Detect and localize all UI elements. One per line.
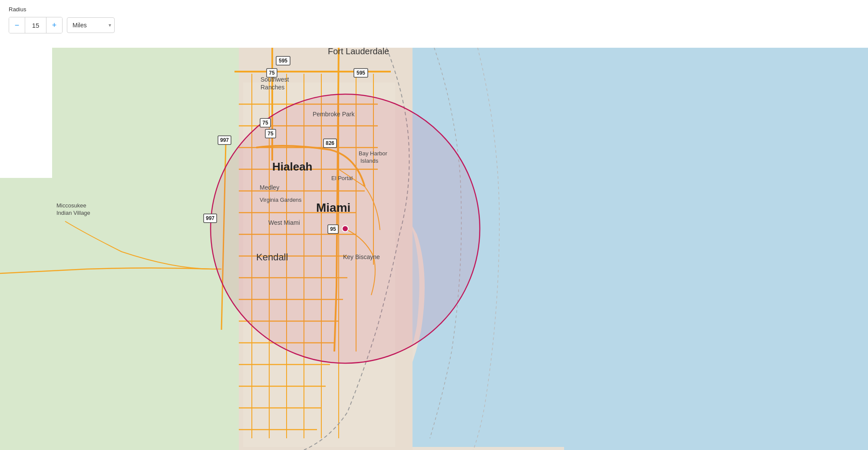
svg-text:Islands: Islands <box>360 158 379 164</box>
svg-point-68 <box>342 226 348 232</box>
svg-text:Medley: Medley <box>260 184 279 191</box>
svg-text:Kendall: Kendall <box>256 252 288 263</box>
svg-text:595: 595 <box>356 70 365 76</box>
left-panel <box>0 48 52 178</box>
svg-text:El Portal: El Portal <box>331 175 353 181</box>
svg-text:997: 997 <box>206 215 215 221</box>
svg-text:95: 95 <box>330 226 336 232</box>
svg-text:Pembroke Park: Pembroke Park <box>313 111 355 118</box>
unit-select[interactable]: Miles Kilometers <box>67 17 115 33</box>
svg-text:Southwest: Southwest <box>261 76 289 83</box>
svg-text:Bay Harbor: Bay Harbor <box>359 150 387 157</box>
svg-text:997: 997 <box>220 137 229 143</box>
svg-text:Miami: Miami <box>316 201 350 214</box>
controls-bar: Radius − + Miles Kilometers ▾ <box>0 0 174 48</box>
stepper-group: − + <box>9 17 63 33</box>
svg-text:Hialeah: Hialeah <box>272 160 313 173</box>
svg-text:Key Biscayne: Key Biscayne <box>343 253 380 260</box>
radius-label: Radius <box>9 6 165 13</box>
map-container[interactable]: 595 595 75 75 75 826 997 997 95 Fort Lau… <box>0 48 868 450</box>
unit-select-wrapper: Miles Kilometers ▾ <box>67 17 115 33</box>
svg-text:Indian Village: Indian Village <box>56 210 90 216</box>
map-svg: 595 595 75 75 75 826 997 997 95 Fort Lau… <box>0 48 868 450</box>
svg-text:75: 75 <box>262 120 268 126</box>
svg-text:Ranches: Ranches <box>261 84 284 91</box>
svg-text:Fort Lauderdale: Fort Lauderdale <box>328 48 389 56</box>
svg-text:595: 595 <box>279 58 287 64</box>
svg-text:826: 826 <box>326 140 334 146</box>
radius-controls: − + Miles Kilometers ▾ <box>9 17 165 33</box>
svg-text:Miccosukee: Miccosukee <box>56 202 86 209</box>
svg-rect-1 <box>564 48 868 450</box>
radius-value-input[interactable] <box>25 17 46 33</box>
svg-text:75: 75 <box>269 70 275 76</box>
decrement-button[interactable]: − <box>9 17 25 33</box>
svg-text:West Miami: West Miami <box>268 219 300 226</box>
svg-text:Virginia Gardens: Virginia Gardens <box>260 197 302 203</box>
svg-text:75: 75 <box>267 131 274 137</box>
increment-button[interactable]: + <box>46 17 62 33</box>
